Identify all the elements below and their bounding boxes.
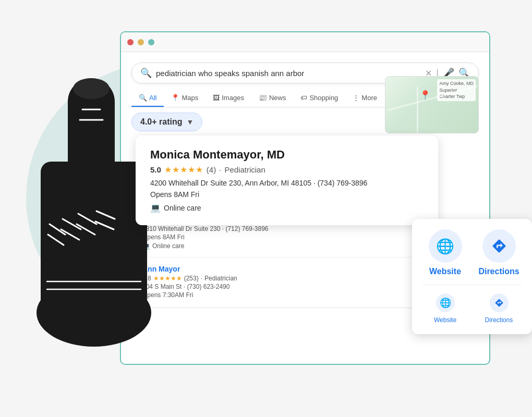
tab-images-label: Images [222,94,244,102]
map-road-2 [417,87,418,133]
online-care-icon: 💻 [150,203,161,213]
svg-point-3 [73,78,110,99]
tab-more[interactable]: ⋮ More [345,90,384,107]
tab-images-icon: 🖼 [213,94,220,102]
tab-news-icon: 📰 [259,94,267,102]
browser-dot-green[interactable] [148,39,154,45]
main-result-card: Monica Montemayor, MD 5.0 ★★★★★ (4) · Pe… [136,136,438,225]
directions-label-large: Directions [478,267,519,276]
chevron-down-icon: ▼ [186,118,194,126]
browser-dot-red[interactable] [127,39,134,45]
main-result-phone: (734) 769-3896 [318,179,368,187]
tab-maps-label: Maps [182,94,198,102]
sec-result-2-specialty: Pediatrician [204,275,237,282]
sec-result-1-address: 4310 Whitehall Dr Suite 230 · (712) 769-… [142,225,413,232]
main-result-type: Pediatrician [224,165,265,174]
main-result-rating-num: 5.0 [150,165,161,174]
online-care-text: Online care [164,204,201,212]
browser-dot-yellow[interactable] [138,39,144,45]
main-result-hours: Opens 8AM Fri [150,190,424,199]
outer-container: 🔍 pediatrician who speaks spanish ann ar… [16,16,516,401]
website-icon-large: 🌐 [429,229,462,263]
map-pin-icon: 📍 [419,90,431,101]
tab-more-label: ⋮ [353,94,359,102]
main-result-name: Monica Montemayor, MD [150,148,424,162]
tab-shopping-label: Shopping [309,94,338,102]
website-button-large[interactable]: 🌐 Website [422,229,468,276]
map-thumbnail: Amy Cooke, MDSuperiorCharter Twp 📍 [385,76,479,133]
directions-label-small: Directions [485,316,513,324]
main-result-stars: ★★★★★ [164,165,203,175]
sec-result-2-address: 204 S Main St · (730) 623-2490 [142,283,413,290]
tab-more-text: More [361,94,377,102]
map-label: Amy Cooke, MDSuperiorCharter Twp [437,79,476,101]
sec-result-2-rating: 4.8 ★★★★★ (253) · Pediatrician [142,275,413,282]
directions-button-large[interactable]: Directions [476,229,522,276]
main-result-address: 4200 Whitehall Dr Suite 230, Ann Arbor, … [150,179,424,187]
main-result-review-count: (4) [207,165,216,174]
directions-icon-large [482,229,516,263]
search-query-text: pediatrician who speaks spanish ann arbo… [156,69,421,78]
tab-shopping[interactable]: 🏷 Shopping [293,90,345,107]
main-result-separator: · [219,165,221,174]
sec-result-1-online-care: 💻 Online care [142,242,413,250]
directions-icon-small [490,293,509,312]
sec-result-2-name: Ann Mayor [142,265,413,273]
action-divider [422,285,522,285]
tab-images[interactable]: 🖼 Images [205,90,251,107]
svg-rect-14 [41,297,147,328]
action-buttons-overlay: 🌐 Website Directions 🌐 Website Direction… [412,219,532,334]
main-result-rating-row: 5.0 ★★★★★ (4) · Pediatrician [150,165,424,175]
sec-result-2-count: (253) [184,275,199,282]
browser-titlebar [121,32,489,52]
tab-news[interactable]: 📰 News [251,90,294,107]
website-button-small[interactable]: 🌐 Website [422,293,468,324]
sec-result-1-hours: Opens 8AM Fri [142,234,413,241]
tab-news-label: News [269,94,286,102]
website-label-small: Website [434,316,456,324]
directions-button-small[interactable]: Directions [476,293,522,324]
main-result-online-care: 💻 Online care [150,203,424,213]
website-icon-small: 🌐 [436,293,455,312]
map-inner: Amy Cooke, MDSuperiorCharter Twp 📍 [385,77,478,133]
sec-result-2-dot: · [201,275,202,282]
website-label-large: Website [429,267,461,276]
sec-result-2-hours: Opens 7:30AM Fri [142,291,413,299]
tab-shopping-icon: 🏷 [300,94,307,102]
